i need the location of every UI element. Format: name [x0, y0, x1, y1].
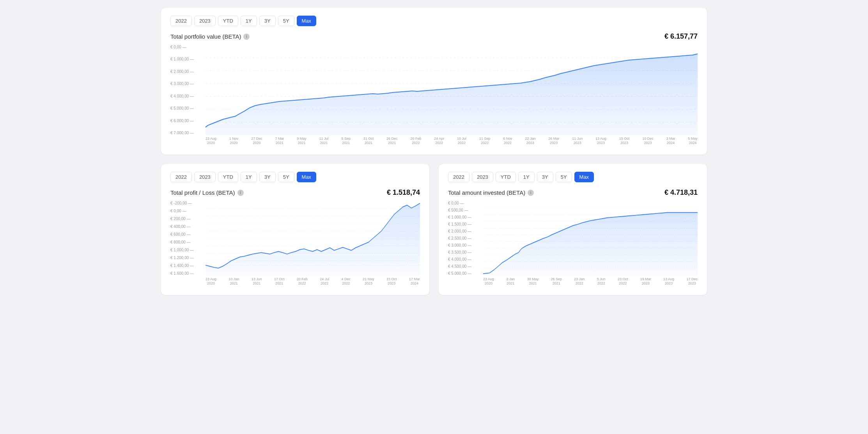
bl-filter-ytd[interactable]: YTD [218, 172, 238, 182]
br-filter-ytd[interactable]: YTD [496, 172, 516, 182]
bl-filter-3y[interactable]: 3Y [259, 172, 276, 182]
filter-1y[interactable]: 1Y [241, 16, 257, 26]
br-info-icon[interactable]: i [528, 190, 534, 196]
bottom-row: 2022 2023 YTD 1Y 3Y 5Y Max Total profit … [161, 164, 707, 304]
top-chart-value: € 6.157,77 [664, 32, 698, 41]
bottom-left-title: Total profit / Loss (BETA) i [170, 189, 244, 196]
br-y-axis: € 5.000,00 — € 4.500,00 — € 4.000,00 — €… [448, 201, 483, 276]
top-time-filters: 2022 2023 YTD 1Y 3Y 5Y Max [170, 16, 698, 26]
bl-chart-svg [205, 201, 420, 276]
bottom-left-time-filters: 2022 2023 YTD 1Y 3Y 5Y Max [170, 172, 420, 182]
bottom-right-header: Total amount invested (BETA) i € 4.718,3… [448, 189, 698, 197]
bl-x-axis: 23 Aug2020 10 Jan2021 13 Jun2021 17 Oct2… [205, 276, 420, 287]
bottom-left-header: Total profit / Loss (BETA) i € 1.518,74 [170, 189, 420, 197]
filter-3y[interactable]: 3Y [259, 16, 276, 26]
br-filter-max[interactable]: Max [574, 172, 594, 182]
filter-5y[interactable]: 5Y [278, 16, 294, 26]
top-chart-svg-area [205, 45, 698, 135]
bottom-left-chart: € 1.600,00 — € 1.400,00 — € 1.200,00 — €… [170, 201, 420, 287]
top-x-axis: 23 Aug2020 1 Nov2020 27 Dec2020 7 Mar202… [205, 135, 698, 147]
bottom-right-time-filters: 2022 2023 YTD 1Y 3Y 5Y Max [448, 172, 698, 182]
filter-ytd[interactable]: YTD [218, 16, 238, 26]
bl-filter-2023[interactable]: 2023 [194, 172, 216, 182]
top-info-icon[interactable]: i [243, 34, 250, 40]
top-chart-svg [205, 45, 698, 135]
br-x-axis: 23 Aug2020 3 Jan2021 30 May2021 26 Sep20… [483, 276, 698, 287]
top-chart-title: Total portfolio value (BETA) i [170, 33, 250, 40]
br-filter-1y[interactable]: 1Y [518, 172, 535, 182]
br-chart-svg [483, 201, 698, 276]
br-filter-5y[interactable]: 5Y [556, 172, 572, 182]
bottom-left-card: 2022 2023 YTD 1Y 3Y 5Y Max Total profit … [161, 164, 429, 295]
bl-filter-max[interactable]: Max [297, 172, 317, 182]
top-y-axis: € 7.000,00 — € 6.000,00 — € 5.000,00 — €… [170, 45, 205, 135]
bl-chart-svg-area [205, 201, 420, 276]
bottom-right-value: € 4.718,31 [664, 189, 698, 197]
bl-y-axis: € 1.600,00 — € 1.400,00 — € 1.200,00 — €… [170, 201, 205, 276]
br-filter-2023[interactable]: 2023 [472, 172, 493, 182]
bottom-right-card: 2022 2023 YTD 1Y 3Y 5Y Max Total amount … [439, 164, 707, 295]
br-filter-3y[interactable]: 3Y [537, 172, 553, 182]
top-chart-header: Total portfolio value (BETA) i € 6.157,7… [170, 32, 698, 41]
bottom-right-title: Total amount invested (BETA) i [448, 189, 534, 196]
bottom-right-chart: € 5.000,00 — € 4.500,00 — € 4.000,00 — €… [448, 201, 698, 287]
top-chart-card: 2022 2023 YTD 1Y 3Y 5Y Max Total portfol… [161, 8, 707, 155]
bottom-left-value: € 1.518,74 [387, 189, 420, 197]
filter-2023[interactable]: 2023 [194, 16, 216, 26]
bl-filter-2022[interactable]: 2022 [170, 172, 192, 182]
filter-2022[interactable]: 2022 [170, 16, 192, 26]
top-chart-container: € 7.000,00 — € 6.000,00 — € 5.000,00 — €… [170, 45, 698, 147]
br-chart-svg-area [483, 201, 698, 276]
bl-filter-5y[interactable]: 5Y [278, 172, 294, 182]
filter-max[interactable]: Max [297, 16, 317, 26]
dashboard: 2022 2023 YTD 1Y 3Y 5Y Max Total portfol… [161, 8, 707, 304]
bl-info-icon[interactable]: i [237, 190, 244, 196]
br-filter-2022[interactable]: 2022 [448, 172, 469, 182]
bl-filter-1y[interactable]: 1Y [241, 172, 257, 182]
